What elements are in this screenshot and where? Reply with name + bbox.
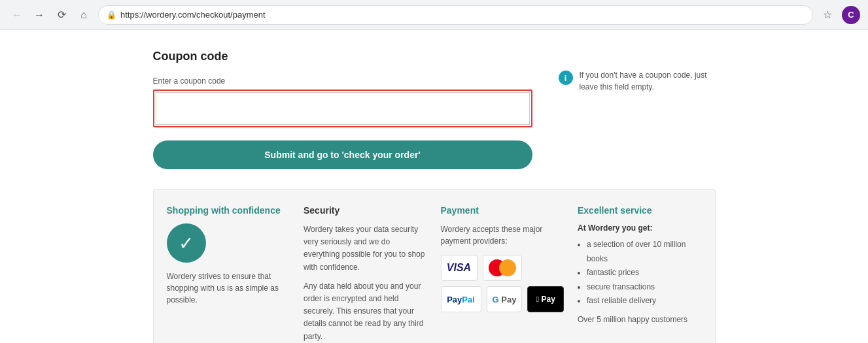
trust-section: Shopping with confidence ✓ Wordery striv… [153, 189, 716, 343]
mastercard-logo [483, 255, 522, 281]
list-item: a selection of over 10 million books [587, 238, 702, 266]
browser-chrome: ← → ⟳ ⌂ 🔒 https://wordery.com/checkout/p… [0, 0, 868, 30]
coupon-hint-text: If you don't have a coupon code, just le… [580, 69, 716, 93]
security-text: Wordery takes your data security very se… [304, 223, 428, 343]
bookmark-button[interactable]: ☆ [818, 6, 837, 24]
security-para2: Any data held about you and your order i… [304, 280, 428, 343]
url-text: https://wordery.com/checkout/payment [120, 10, 805, 20]
submit-button[interactable]: Submit and go to 'check your order' [153, 140, 532, 169]
security-title: Security [304, 205, 428, 216]
excellent-subtitle: At Wordery you get: [578, 223, 702, 233]
excellent-title: Excellent service [578, 205, 702, 216]
address-bar[interactable]: 🔒 https://wordery.com/checkout/payment [98, 5, 813, 25]
payment-body: Wordery accepts these major payment prov… [441, 223, 565, 247]
coupon-left: Coupon code Enter a coupon code Submit a… [153, 50, 532, 169]
check-icon: ✓ [179, 233, 194, 254]
info-icon: i [559, 71, 573, 85]
coupon-label: Enter a coupon code [153, 76, 532, 86]
paypal-logo: PayPal [441, 286, 481, 312]
trust-col-payment: Payment Wordery accepts these major paym… [441, 205, 565, 343]
coupon-title: Coupon code [153, 50, 532, 63]
confidence-title: Shopping with confidence [167, 205, 291, 216]
applepay-logo:  Pay [527, 286, 564, 312]
confidence-check-circle: ✓ [167, 223, 206, 263]
coupon-input-wrapper [153, 90, 532, 127]
coupon-hint-area: i If you don't have a coupon code, just … [559, 50, 716, 93]
coupon-section: Coupon code Enter a coupon code Submit a… [153, 50, 716, 169]
lock-icon: 🔒 [107, 10, 116, 20]
excellent-customers: Over 5 million happy customers [578, 315, 702, 324]
mc-orange-circle [499, 259, 516, 276]
profile-avatar[interactable]: C [842, 6, 860, 24]
excellent-list: a selection of over 10 million booksfant… [578, 238, 702, 308]
gpay-logo: G Pay [487, 286, 523, 312]
home-button[interactable]: ⌂ [75, 6, 93, 24]
payment-logos: VISA PayPal G Pay  Pay [441, 255, 565, 312]
page-content: Coupon code Enter a coupon code Submit a… [140, 30, 729, 343]
confidence-body: Wordery strives to ensure that shopping … [167, 270, 291, 306]
trust-col-security: Security Wordery takes your data securit… [304, 205, 428, 343]
back-button[interactable]: ← [8, 6, 26, 24]
security-para1: Wordery takes your data security very se… [304, 223, 428, 274]
payment-title: Payment [441, 205, 565, 216]
mc-circles [489, 259, 516, 276]
nav-buttons: ← → ⟳ ⌂ [8, 6, 93, 24]
forward-button[interactable]: → [30, 6, 48, 24]
list-item: secure transactions [587, 280, 702, 295]
list-item: fantastic prices [587, 266, 702, 280]
trust-col-excellent: Excellent service At Wordery you get: a … [578, 205, 702, 343]
list-item: fast reliable delivery [587, 294, 702, 308]
reload-button[interactable]: ⟳ [52, 6, 71, 24]
visa-logo: VISA [441, 255, 477, 281]
trust-col-confidence: Shopping with confidence ✓ Wordery striv… [167, 205, 291, 343]
coupon-input[interactable] [156, 92, 530, 125]
